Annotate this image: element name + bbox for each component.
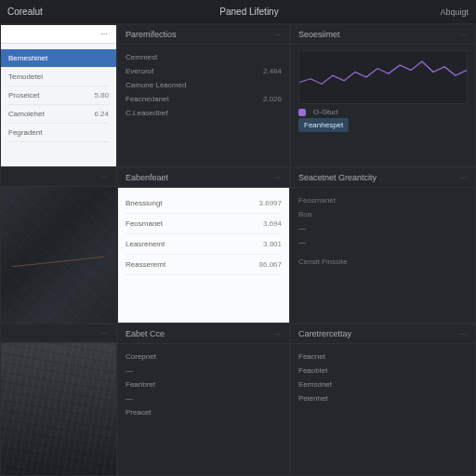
list-item[interactable]: Feanbret bbox=[126, 377, 282, 391]
panel-title: Eabet Cce bbox=[126, 329, 165, 338]
item-label: Feacnet bbox=[298, 352, 325, 361]
dashboard-grid: ⋯ BemeshinetTemodetelProseicet5.80Camole… bbox=[0, 24, 476, 476]
panel-list-b: Eabet Cce⋯ Corepnet—Feanbret—Preacet bbox=[117, 324, 290, 476]
item-label: Camone Leacmed bbox=[126, 81, 186, 89]
list-item[interactable]: Feacnet bbox=[298, 350, 468, 364]
item-value: 86.067 bbox=[259, 260, 282, 269]
subhead: Feosmanet bbox=[298, 193, 468, 207]
list-item[interactable]: Eemsdnet bbox=[298, 377, 468, 391]
item-label: Feosmanet bbox=[126, 219, 163, 228]
panel-head: ⋯ bbox=[1, 168, 116, 187]
list-item[interactable]: Bemeshinet bbox=[1, 49, 116, 68]
panel-head: Seoesiimet⋯ bbox=[291, 25, 475, 45]
item-value: 3.801 bbox=[263, 240, 282, 248]
item-label: — bbox=[298, 224, 306, 232]
panel-chart: Seoesiimet⋯ O-Gtud Feanhespet bbox=[290, 24, 476, 167]
more-icon[interactable]: ⋯ bbox=[459, 31, 468, 39]
subhead: Boa bbox=[298, 207, 468, 221]
list-item[interactable]: Feacnedanet2.026 bbox=[126, 92, 282, 106]
list-item[interactable]: — bbox=[298, 221, 468, 235]
more-icon[interactable]: ⋯ bbox=[100, 173, 109, 181]
item-label: — bbox=[298, 238, 306, 246]
list-item[interactable]: Feaoblet bbox=[298, 364, 468, 377]
panel-head: Caretrercettay⋯ bbox=[291, 324, 475, 344]
item-label: Leasrenemt bbox=[126, 240, 165, 248]
list-item[interactable]: Cemmest bbox=[126, 50, 282, 64]
item-label: C.Leasedbef bbox=[126, 109, 167, 117]
panel-title: Seoesiimet bbox=[298, 30, 340, 39]
more-icon[interactable]: ⋯ bbox=[273, 330, 282, 338]
panel-head: Eabet Cce⋯ bbox=[118, 324, 289, 344]
item-label: Feaoblet bbox=[298, 366, 327, 375]
more-icon[interactable]: ⋯ bbox=[459, 330, 468, 338]
page-title: Paned Lifetiny bbox=[119, 7, 379, 17]
panel-title: Paremifectios bbox=[126, 30, 177, 39]
chart-action-button[interactable]: Feanhespet bbox=[298, 118, 349, 132]
list-item[interactable]: — bbox=[126, 364, 282, 377]
list-item[interactable]: Proseicet5.80 bbox=[8, 86, 109, 105]
more-icon[interactable]: ⋯ bbox=[459, 174, 468, 182]
list-item[interactable]: Feosmanet3.694 bbox=[126, 214, 282, 234]
item-label: Feanbret bbox=[126, 380, 155, 389]
list-item[interactable]: Corepnet bbox=[126, 350, 282, 364]
legend-swatch bbox=[298, 109, 306, 116]
aerial-image bbox=[1, 343, 116, 475]
map-view[interactable] bbox=[1, 187, 116, 323]
more-icon[interactable]: ⋯ bbox=[100, 329, 109, 337]
item-value: 2.484 bbox=[263, 67, 282, 75]
item-label: Eemsdnet bbox=[298, 380, 332, 389]
panel-list-c: Caretrercettay⋯ FeacnetFeaobletEemsdnetP… bbox=[290, 324, 476, 476]
panel-title: Caretrercettay bbox=[298, 329, 351, 338]
list-item[interactable]: Reasseremt86.067 bbox=[126, 255, 282, 275]
list-item[interactable]: Camolehet6.24 bbox=[8, 105, 109, 124]
panel-head: ⋯ bbox=[1, 324, 116, 343]
item-label: Reasseremt bbox=[126, 260, 165, 269]
list-item[interactable]: Temodetel bbox=[8, 68, 109, 86]
panel-map: ⋯ bbox=[0, 167, 117, 324]
item-label: Cemmest bbox=[126, 53, 157, 61]
more-icon[interactable]: ⋯ bbox=[273, 31, 282, 39]
panel-detail: Seacetnet Greantcity⋯ Feosmanet Boa —— C… bbox=[290, 167, 476, 324]
item-label: Bnessiongt bbox=[126, 199, 163, 207]
chart-legend: O-Gtud bbox=[298, 108, 468, 116]
list-item[interactable]: Bnessiongt3.6997 bbox=[126, 193, 282, 214]
panel-footer: Censit Finssite bbox=[298, 255, 468, 269]
item-label: Proseicet bbox=[8, 91, 39, 99]
panel-head: ⋯ bbox=[1, 25, 116, 44]
item-label: Camolehet bbox=[8, 110, 45, 118]
item-label: Feacnedanet bbox=[126, 95, 169, 103]
list-item[interactable]: Everorof2.484 bbox=[126, 64, 282, 78]
line-chart bbox=[298, 50, 468, 104]
list-item[interactable]: Camone Leacmed bbox=[126, 78, 282, 92]
panel-image: ⋯ bbox=[0, 324, 117, 476]
list-item[interactable]: C.Leasedbef bbox=[126, 106, 282, 120]
item-label: Preacet bbox=[126, 408, 152, 416]
list-item[interactable]: — bbox=[298, 235, 468, 249]
item-value: 2.026 bbox=[263, 95, 282, 103]
legend-label: O-Gtud bbox=[313, 108, 337, 116]
panel-title: Seacetnet Greantcity bbox=[298, 173, 377, 182]
list-item[interactable]: — bbox=[126, 391, 282, 405]
panel-params: Paremifectios⋯ CemmestEverorof2.484Camon… bbox=[117, 24, 290, 167]
item-label: Corepnet bbox=[126, 352, 156, 361]
item-label: Fegradent bbox=[8, 128, 42, 137]
panel-title: Eabenfeaet bbox=[126, 173, 168, 182]
item-label: Peienhet bbox=[298, 394, 328, 403]
panel-head: Eabenfeaet⋯ bbox=[118, 168, 289, 188]
panel-nav-list: ⋯ BemeshinetTemodetelProseicet5.80Camole… bbox=[0, 24, 117, 167]
list-item[interactable]: Leasrenemt3.801 bbox=[126, 234, 282, 255]
item-label: — bbox=[126, 394, 133, 403]
list-item[interactable]: Fegradent bbox=[8, 124, 109, 142]
item-label: — bbox=[126, 366, 133, 375]
item-value: 6.24 bbox=[94, 110, 109, 118]
list-item[interactable]: Preacet bbox=[126, 405, 282, 419]
list-item[interactable]: Peienhet bbox=[298, 391, 468, 405]
item-value: 3.694 bbox=[263, 219, 282, 228]
more-icon[interactable]: ⋯ bbox=[273, 174, 282, 182]
item-label: Everorof bbox=[126, 67, 153, 75]
panel-head: Seacetnet Greantcity⋯ bbox=[291, 168, 475, 188]
header-right[interactable]: Abquigt bbox=[379, 7, 469, 17]
panel-head: Paremifectios⋯ bbox=[118, 25, 289, 45]
topbar: Corealut Paned Lifetiny Abquigt bbox=[0, 0, 476, 24]
more-icon[interactable]: ⋯ bbox=[100, 30, 109, 38]
